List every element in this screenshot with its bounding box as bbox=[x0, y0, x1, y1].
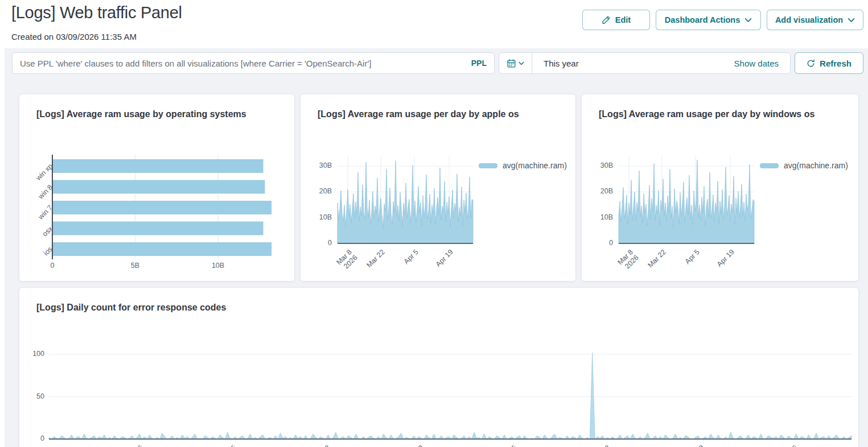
refresh-button[interactable]: Refresh bbox=[795, 52, 863, 74]
ppl-query-input[interactable]: Use PPL 'where' clauses to add filters o… bbox=[12, 52, 495, 74]
legend-swatch bbox=[760, 163, 779, 168]
y-axis-tick-label: 30B bbox=[588, 162, 613, 169]
ppl-query-placeholder: Use PPL 'where' clauses to add filters o… bbox=[20, 59, 467, 68]
add-visualization-button[interactable]: Add visualization bbox=[767, 10, 863, 30]
y-axis-tick-label: 10B bbox=[307, 213, 332, 221]
edit-button-label: Edit bbox=[615, 15, 631, 24]
ram-by-os-chart-canvas[interactable]: 05B10Bwin xpwin 8win 7osxios bbox=[19, 94, 294, 281]
y-axis-tick-label: 20B bbox=[307, 187, 332, 195]
time-range-value[interactable]: This year bbox=[540, 58, 731, 69]
panel-ram-by-os: [Logs] Average ram usage by operating sy… bbox=[19, 94, 295, 282]
y-axis-tick-label: 0 bbox=[307, 239, 332, 247]
created-date: Created on 03/09/2026 11:35 AM bbox=[11, 32, 137, 42]
chart-legend[interactable]: avg(machine.ram) bbox=[760, 161, 848, 170]
y-axis-tick-label: 50 bbox=[19, 392, 44, 400]
panel-title: [Logs] Average ram usage by operating sy… bbox=[36, 109, 246, 119]
x-axis-tick-label: 5B bbox=[131, 262, 139, 270]
ram-apple-os-chart-canvas[interactable]: 010B20B30BMar 82026Mar 22Apr 5Apr 19 bbox=[301, 94, 575, 281]
super-date-picker: This year Show dates bbox=[499, 52, 791, 74]
legend-label: avg(machine.ram) bbox=[784, 161, 848, 170]
panel-ram-apple-os: [Logs] Average ram usage per day by appl… bbox=[300, 94, 576, 282]
calendar-dropdown-button[interactable] bbox=[499, 53, 532, 73]
page-title: [Logs] Web traffic Panel bbox=[11, 3, 182, 22]
panel-title: [Logs] Average ram usage per day by appl… bbox=[318, 109, 519, 119]
chevron-down-icon bbox=[519, 61, 524, 65]
x-axis-tick-label: 10B bbox=[212, 262, 224, 270]
x-axis-tick-label: 0 bbox=[51, 262, 55, 270]
y-axis-tick-label: 0 bbox=[19, 434, 44, 442]
edit-button[interactable]: Edit bbox=[582, 10, 650, 30]
calendar-icon bbox=[507, 59, 516, 68]
y-axis-tick-label: 0 bbox=[588, 239, 613, 247]
show-dates-button[interactable]: Show dates bbox=[731, 58, 782, 69]
panel-ram-windows-os: [Logs] Average ram usage per day by wind… bbox=[581, 94, 859, 282]
dashboard-actions-label: Dashboard Actions bbox=[665, 15, 740, 24]
y-axis-tick-label: 30B bbox=[307, 162, 332, 169]
pencil-icon bbox=[602, 15, 611, 24]
ppl-badge: PPL bbox=[471, 59, 487, 68]
chart-legend[interactable]: avg(machine.ram) bbox=[479, 161, 567, 170]
panel-error-response-codes: [Logs] Daily count for error response co… bbox=[19, 287, 859, 447]
ram-windows-os-chart-canvas[interactable]: 010B20B30BMar 82026Mar 22Apr 5Apr 19 bbox=[582, 94, 858, 281]
y-axis-tick-label: 20B bbox=[588, 187, 613, 195]
dashboard-actions-button[interactable]: Dashboard Actions bbox=[656, 10, 761, 30]
add-visualization-label: Add visualization bbox=[775, 15, 843, 24]
y-axis-tick-label: 100 bbox=[19, 350, 44, 358]
refresh-icon bbox=[807, 59, 815, 68]
chevron-down-icon bbox=[848, 18, 855, 23]
panel-title: [Logs] Daily count for error response co… bbox=[36, 303, 226, 313]
refresh-button-label: Refresh bbox=[820, 59, 851, 68]
chart-svg bbox=[19, 94, 294, 281]
legend-label: avg(machine.ram) bbox=[503, 161, 567, 170]
legend-swatch bbox=[479, 163, 497, 168]
panel-title: [Logs] Average ram usage per day by wind… bbox=[599, 109, 814, 119]
y-axis-tick-label: 10B bbox=[588, 213, 613, 221]
chevron-down-icon bbox=[744, 18, 752, 23]
